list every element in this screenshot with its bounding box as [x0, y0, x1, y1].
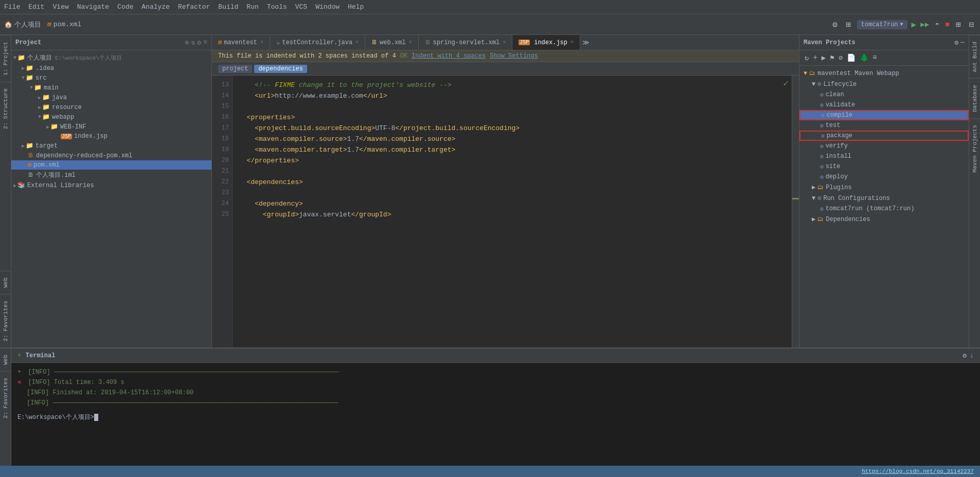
- terminal-minimize-icon[interactable]: ↓: [970, 352, 974, 360]
- maven-lifecycle-compile[interactable]: ⚙ compile: [799, 110, 969, 120]
- tree-item-java[interactable]: ▶ 📁 java: [11, 93, 211, 102]
- tab-close-icon[interactable]: ×: [571, 40, 574, 45]
- maven-add-btn[interactable]: +: [812, 52, 818, 63]
- tab-maven-projects[interactable]: Maven Projects: [969, 118, 980, 178]
- maven-minimize-icon[interactable]: —: [960, 39, 965, 47]
- code-editor-content[interactable]: <!-- FIXME change it to the project's we…: [233, 76, 792, 224]
- tab-close-icon[interactable]: ×: [409, 40, 412, 45]
- tree-item-label: 个人项目.iml: [36, 171, 76, 179]
- maven-runconfig-tomcat7[interactable]: ⚙ tomcat7run (tomcat7:run): [799, 204, 969, 214]
- scrollbar-area[interactable]: [792, 76, 799, 347]
- maven-lifecycle-site[interactable]: ⚙ site: [799, 161, 969, 172]
- tab-favorites[interactable]: 2: Favorites: [0, 294, 11, 347]
- project-panel-icon-settings[interactable]: ⚙: [197, 39, 201, 47]
- tab-database[interactable]: Database: [969, 78, 980, 118]
- menu-window[interactable]: Window: [315, 3, 340, 11]
- maven-lifecycle-clean[interactable]: ⚙ clean: [799, 89, 969, 100]
- menu-build[interactable]: Build: [218, 3, 238, 11]
- tab-structure[interactable]: 2: Structure: [0, 82, 11, 135]
- indent-with-spaces-button[interactable]: Indent with 4 spaces: [412, 52, 486, 60]
- maven-show-btn[interactable]: 📄: [846, 52, 857, 63]
- tab-testcontroller[interactable]: ☕ testController.java ×: [270, 35, 365, 50]
- maven-skip-btn[interactable]: ⊘: [838, 52, 844, 63]
- toolbar-split-icon[interactable]: ⊟: [967, 17, 976, 32]
- maven-lifecycle-verify[interactable]: ⚙ verify: [799, 141, 969, 151]
- menu-edit[interactable]: Edit: [28, 3, 44, 11]
- maven-lifecycle-validate[interactable]: ⚙ validate: [799, 100, 969, 110]
- tree-item-webinf[interactable]: ▶ 📁 WEB-INF: [11, 122, 211, 132]
- toolbar-settings-icon[interactable]: ⚙: [830, 17, 840, 32]
- maven-collapse-btn[interactable]: ≡: [871, 52, 878, 63]
- maven-runconfigs-header[interactable]: ▼ ⚙ Run Configurations: [799, 193, 969, 204]
- stop-button[interactable]: ■: [945, 21, 949, 29]
- toolbar-more-icon[interactable]: ⊞: [954, 17, 963, 32]
- tab-project[interactable]: 1: Project: [0, 35, 11, 82]
- toolbar-layout-icon[interactable]: ⊞: [844, 17, 853, 32]
- maven-lifecycle-deploy[interactable]: ⚙ deploy: [799, 172, 969, 182]
- tab-bottom-web[interactable]: Web: [0, 348, 11, 371]
- maven-plugins-header[interactable]: ▶ 🗂 Plugins: [799, 182, 969, 193]
- tree-item-dep-pom[interactable]: 🗎 dependency-reduced-pom.xml: [11, 151, 211, 160]
- maven-lifecycle-install[interactable]: ⚙ install: [799, 151, 969, 161]
- run-config-dropdown-icon[interactable]: ▼: [900, 22, 903, 27]
- tab-close-icon[interactable]: ×: [260, 40, 263, 45]
- run-config-selector[interactable]: tomcat7run ▼: [857, 20, 907, 29]
- maven-refresh-btn[interactable]: ↻: [804, 52, 810, 63]
- tab-webxml[interactable]: 🗎 web.xml ×: [365, 35, 418, 50]
- tree-item-indexjsp[interactable]: JSP index.jsp: [11, 132, 211, 141]
- maven-lifecycle-package[interactable]: ⚙ package: [799, 131, 969, 141]
- tab-ant-build[interactable]: Ant Build: [969, 35, 980, 78]
- run-button[interactable]: ▶: [912, 20, 917, 30]
- tab-close-icon[interactable]: ×: [355, 40, 359, 45]
- menu-analyze[interactable]: Analyze: [141, 3, 170, 11]
- menu-tools[interactable]: Tools: [267, 3, 287, 11]
- menu-refactor[interactable]: Refactor: [178, 3, 210, 11]
- tree-item-webapp[interactable]: ▼ 📁 webapp: [11, 112, 211, 122]
- tree-item-main[interactable]: ▼ 📁 main: [11, 83, 211, 93]
- maven-lifecycle-header[interactable]: ▼ ⚙ Lifecycle: [799, 79, 969, 89]
- terminal-content[interactable]: + [INFO] ───────────────────────────────…: [11, 363, 980, 466]
- tree-item-src[interactable]: ▼ 📁 src: [11, 73, 211, 83]
- tree-item-idea[interactable]: ▶ 📁 .idea: [11, 63, 211, 73]
- status-link[interactable]: https://blog.csdn.net/qq_31142237: [862, 468, 974, 474]
- tab-maventest[interactable]: m maventest ×: [212, 35, 270, 50]
- tree-item-iml[interactable]: 🗎 个人项目.iml: [11, 170, 211, 180]
- breadcrumb-project[interactable]: project: [218, 65, 252, 73]
- tab-close-icon[interactable]: ×: [503, 40, 506, 45]
- tab-bottom-favorites[interactable]: 2: Favorites: [0, 371, 11, 425]
- tree-item-resource[interactable]: ▶ 📁 resource: [11, 102, 211, 112]
- project-panel-icon-new[interactable]: ⊕: [185, 39, 189, 47]
- menu-view[interactable]: View: [52, 3, 68, 11]
- tab-indexjsp[interactable]: JSP index.jsp ×: [512, 35, 580, 50]
- menu-run[interactable]: Run: [246, 3, 258, 11]
- breadcrumb-dependencies[interactable]: dependencies: [254, 65, 307, 73]
- indent-ok-button[interactable]: OK: [400, 52, 407, 60]
- maven-deps-header[interactable]: ▶ 🗂 Dependencies: [799, 214, 969, 225]
- maven-debug-btn[interactable]: ⚑: [829, 52, 835, 63]
- project-panel-icon-layout[interactable]: ≡: [203, 39, 207, 47]
- show-settings-button[interactable]: Show Settings: [490, 52, 538, 60]
- code-content-wrapper[interactable]: ✓ <!-- FIXME change it to the project's …: [233, 76, 792, 347]
- tree-item-pom[interactable]: m pom.xml: [11, 160, 211, 170]
- project-panel-icon-sync[interactable]: ⇅: [191, 39, 195, 47]
- tab-overflow-icon[interactable]: ≫: [582, 39, 590, 47]
- menu-code[interactable]: Code: [117, 3, 133, 11]
- menu-file[interactable]: File: [4, 3, 20, 11]
- terminal-settings-icon[interactable]: ⚙: [963, 352, 967, 360]
- tab-spring[interactable]: 🗎 spring-servlet.xml ×: [419, 35, 513, 50]
- menu-help[interactable]: Help: [348, 3, 364, 11]
- maven-lifecycle-test[interactable]: ⚙ test: [799, 120, 969, 131]
- maven-settings-icon[interactable]: ⚙: [954, 39, 958, 47]
- tree-item-external[interactable]: ▶ 📚 External Libraries: [11, 180, 211, 190]
- debug-button[interactable]: ▶▶: [920, 20, 929, 29]
- maven-tree-btn[interactable]: 🌲: [859, 52, 869, 63]
- tree-item-target[interactable]: ▶ 📁 target: [11, 141, 211, 151]
- menu-navigate[interactable]: Navigate: [77, 3, 109, 11]
- tab-web[interactable]: Web: [0, 271, 11, 294]
- maven-run-btn[interactable]: ▶: [821, 52, 827, 63]
- maven-project-root[interactable]: ▼ 🗂 maventest Maven Webapp: [799, 68, 969, 79]
- coverage-button[interactable]: ☂: [933, 19, 941, 30]
- menu-vcs[interactable]: VCS: [295, 3, 307, 11]
- terminal-add-icon[interactable]: +: [17, 352, 22, 359]
- tree-item-root[interactable]: ▼ 📁 个人项目 E:\workspace\个人项目: [11, 52, 211, 63]
